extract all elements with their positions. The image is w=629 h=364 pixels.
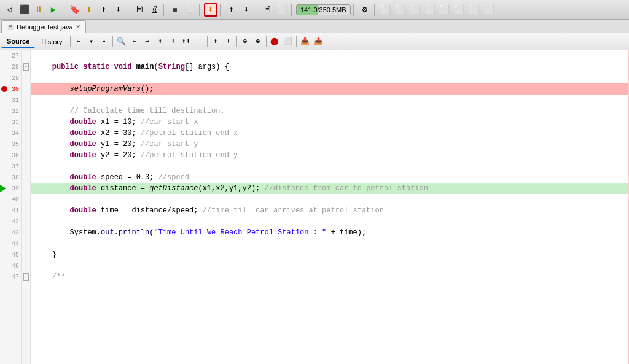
tool-btn-15[interactable]: ⬜ bbox=[394, 3, 407, 17]
tool-btn-8[interactable]: ⬜ bbox=[183, 3, 197, 17]
file-tab-label: DebuggerTest.java bbox=[17, 23, 73, 31]
code-line-41: double time = distance/speed; //time til… bbox=[31, 205, 629, 216]
line-num-39: 39 bbox=[0, 183, 21, 194]
tool-btn-18[interactable]: ⬜ bbox=[438, 3, 451, 17]
sep2 bbox=[128, 4, 130, 16]
src-btn-18[interactable]: 📤 bbox=[312, 36, 325, 48]
tool-btn-21[interactable]: ⬜ bbox=[482, 3, 496, 17]
gutter-42 bbox=[22, 216, 30, 227]
gutter-28[interactable]: − bbox=[22, 61, 30, 72]
code-lines: public static void main(String[] args) {… bbox=[31, 50, 629, 364]
tool-btn-7[interactable]: ▦ bbox=[168, 3, 182, 17]
code-container: 27 28 29 30 31 32 33 34 35 36 37 38 39 4… bbox=[0, 50, 629, 364]
source-tab-label: Source bbox=[7, 37, 29, 45]
tool-btn-10[interactable]: ⬇ bbox=[240, 3, 253, 17]
back-button[interactable]: ◁ bbox=[2, 3, 16, 17]
src-btn-9[interactable]: ⬆⬇ bbox=[180, 36, 192, 48]
sep6 bbox=[256, 4, 258, 16]
line-num-42: 42 bbox=[0, 216, 21, 227]
gutter-32 bbox=[22, 106, 30, 117]
code-line-47: /** bbox=[31, 271, 629, 282]
gutter-47[interactable]: + bbox=[22, 271, 30, 282]
kw-static: static bbox=[83, 63, 109, 71]
src-sep5 bbox=[266, 36, 267, 47]
gutter-33 bbox=[22, 117, 30, 128]
src-btn-7[interactable]: ⬆ bbox=[154, 36, 166, 48]
tool-btn-11[interactable]: 🖹 bbox=[260, 3, 274, 17]
file-tab[interactable]: ☕ DebuggerTest.java ✕ bbox=[1, 20, 86, 33]
tool-btn-16[interactable]: ⬜ bbox=[408, 3, 422, 17]
src-btn-12[interactable]: ⬇ bbox=[222, 36, 235, 48]
close-tab-button[interactable]: ✕ bbox=[76, 23, 80, 30]
src-btn-6[interactable]: ➡ bbox=[141, 36, 154, 48]
code-line-28: public static void main(String[] args) { bbox=[31, 61, 629, 72]
src-btn-14[interactable]: ⊕ bbox=[252, 36, 264, 48]
src-btn-11[interactable]: ⬆ bbox=[209, 36, 222, 48]
source-toolbar: Source History ⬅ ▾ ▪ 🔍 ⬅ ➡ ⬆ ⬇ ⬆⬇ ▫ ⬆ ⬇ … bbox=[0, 33, 629, 50]
tool-btn-2[interactable]: ⬇ bbox=[82, 3, 96, 17]
code-line-43: System.out.println("Time Until We Reach … bbox=[31, 227, 629, 238]
code-line-29 bbox=[31, 72, 629, 83]
src-btn-15[interactable]: ⬤ bbox=[268, 36, 281, 48]
src-btn-4[interactable]: 🔍 bbox=[115, 36, 128, 48]
src-btn-1[interactable]: ⬅ bbox=[72, 36, 85, 48]
history-tab-label: History bbox=[41, 38, 62, 45]
sep7 bbox=[291, 4, 294, 16]
kw-public: public bbox=[52, 63, 79, 71]
stop-button[interactable]: ⬛ bbox=[17, 3, 31, 17]
tool-btn-4[interactable]: ⬇ bbox=[112, 3, 125, 17]
gutter-34 bbox=[22, 128, 30, 139]
line-num-43: 43 bbox=[0, 227, 21, 238]
memory-indicator[interactable]: 141.0/350.5MB bbox=[296, 4, 351, 15]
src-btn-17[interactable]: 📥 bbox=[299, 36, 311, 48]
tool-btn-5[interactable]: 🖹 bbox=[133, 3, 146, 17]
src-sep4 bbox=[236, 36, 237, 47]
tool-btn-14[interactable]: ⬜ bbox=[379, 3, 393, 17]
line-num-45: 45 bbox=[0, 249, 21, 260]
tool-btn-17[interactable]: ⬜ bbox=[423, 3, 437, 17]
src-btn-5[interactable]: ⬅ bbox=[128, 36, 141, 48]
tool-btn-3[interactable]: ⬆ bbox=[97, 3, 111, 17]
tool-btn-13[interactable]: ⚙ bbox=[358, 3, 372, 17]
code-line-32: // Calculate time till destination. bbox=[31, 106, 629, 117]
tool-btn-1[interactable]: 🔖 bbox=[68, 3, 81, 17]
line-num-47: 47 bbox=[0, 271, 21, 282]
code-sp2 bbox=[109, 63, 114, 71]
src-btn-2[interactable]: ▾ bbox=[85, 36, 98, 48]
tool-btn-12[interactable]: ⬜ bbox=[275, 3, 289, 17]
tool-btn-9[interactable]: ⬆ bbox=[225, 3, 238, 17]
tool-btn-20[interactable]: ⬜ bbox=[467, 3, 481, 17]
method-call: setupProgramVars bbox=[70, 85, 141, 93]
line-num-37: 37 bbox=[0, 161, 21, 172]
src-sep1 bbox=[70, 36, 71, 47]
gutter-41 bbox=[22, 205, 30, 216]
tool-btn-6[interactable]: 🖨 bbox=[147, 3, 161, 17]
code-line-30: setupProgramVars(); bbox=[31, 83, 629, 95]
gutter-39 bbox=[22, 183, 30, 194]
code-line-35: double y1 = 20; //car start y bbox=[31, 139, 629, 150]
line-num-33: 33 bbox=[0, 117, 21, 128]
download-button[interactable]: ⬇ bbox=[204, 3, 217, 17]
file-tab-icon: ☕ bbox=[7, 23, 14, 30]
breakpoint-marker[interactable] bbox=[1, 86, 7, 92]
src-btn-3[interactable]: ▪ bbox=[98, 36, 111, 48]
code-line-42 bbox=[31, 216, 629, 227]
sep9 bbox=[374, 4, 377, 16]
src-btn-13[interactable]: ⊖ bbox=[239, 36, 251, 48]
pause-button[interactable]: ⏸ bbox=[32, 3, 45, 17]
code-line-33: double x1 = 10; //car start x bbox=[31, 117, 629, 128]
run-button[interactable]: ▶ bbox=[47, 3, 60, 17]
gutter-36 bbox=[22, 150, 30, 161]
history-tab[interactable]: History bbox=[36, 35, 68, 48]
memory-label: 141.0/350.5MB bbox=[300, 6, 346, 14]
source-tab[interactable]: Source bbox=[1, 35, 35, 48]
line-num-30: 30 bbox=[0, 83, 21, 95]
gutter-38 bbox=[22, 172, 30, 183]
tool-btn-19[interactable]: ⬜ bbox=[453, 3, 466, 17]
src-btn-16[interactable]: ⬜ bbox=[281, 36, 294, 48]
current-line-arrow bbox=[0, 185, 6, 192]
gutter-27 bbox=[22, 50, 30, 61]
src-btn-8[interactable]: ⬇ bbox=[167, 36, 179, 48]
line-num-28: 28 bbox=[0, 61, 21, 72]
src-btn-10[interactable]: ▫ bbox=[193, 36, 205, 48]
